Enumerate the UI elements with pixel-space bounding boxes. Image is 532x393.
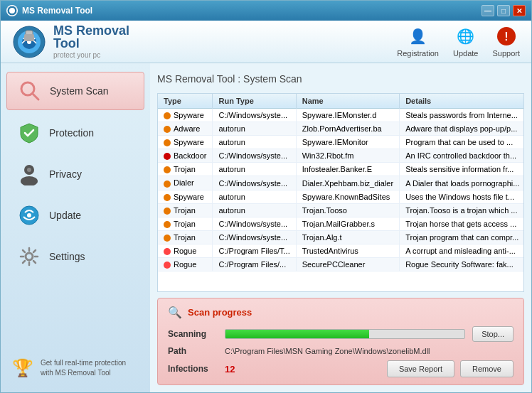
support-label: Support [492, 49, 520, 58]
sidebar-label-system-scan: System Scan [50, 85, 108, 97]
svg-rect-7 [24, 34, 34, 41]
sidebar-item-protection[interactable]: Protection [6, 114, 144, 151]
cell-details: Trojan.Tooso is a trojan which ... [400, 203, 524, 217]
col-name: Name [296, 94, 399, 109]
svg-point-13 [21, 176, 38, 185]
system-scan-icon [18, 80, 41, 102]
sidebar-item-system-scan[interactable]: System Scan [6, 72, 144, 110]
table-row: Backdoor C:/Windows/syste... Win32.Rbot.… [158, 149, 524, 163]
threat-dot [164, 181, 171, 188]
threat-dot [164, 262, 171, 269]
cell-details: Trojan program that can compr... [400, 230, 524, 244]
sidebar-item-privacy[interactable]: Privacy [6, 156, 144, 193]
threat-dot [164, 235, 171, 242]
threat-dot [164, 166, 171, 173]
progress-section: 🔍 Scan progress Scanning Stop... Path C:… [157, 298, 524, 385]
cell-runtype: C:/Windows/syste... [213, 230, 296, 244]
titlebar: MS Removal Tool — □ ✕ [1, 1, 531, 21]
trophy-icon: 🏆 [12, 358, 33, 378]
threat-dot [164, 139, 171, 146]
table-row: Spyware autorun Spyware.KnownBadSites Us… [158, 190, 524, 203]
cell-runtype: C:/Windows/syste... [213, 149, 296, 163]
svg-point-17 [26, 253, 33, 260]
table-row: Spyware C:/Windows/syste... Spyware.IEMo… [158, 109, 524, 122]
sidebar-label-protection: Protection [49, 127, 94, 139]
col-runtype: Run Type [213, 94, 296, 109]
threat-dot [164, 112, 171, 119]
support-button[interactable]: ! Support [492, 26, 520, 58]
cell-name: Zlob.PornAdvertiser.ba [296, 122, 399, 136]
cell-runtype: autorun [213, 136, 296, 149]
sidebar: System Scan Protection [1, 63, 150, 392]
update-header-button[interactable]: 🌐 Update [453, 26, 478, 58]
cell-runtype: C:/Windows/syste... [213, 176, 296, 190]
svg-point-14 [27, 168, 31, 172]
sidebar-item-settings[interactable]: Settings [6, 238, 144, 275]
cell-details: Trojan horse that gets access ... [400, 217, 524, 230]
sidebar-label-settings: Settings [49, 251, 85, 262]
scan-table: Type Run Type Name Details Spyware C:/Wi… [158, 94, 524, 271]
table-row: Trojan autorun Trojan.Tooso Trojan.Tooso… [158, 203, 524, 217]
cell-details: Steals sensitive information fr... [400, 163, 524, 176]
cell-name: Spyware.IEMonitor [296, 136, 399, 149]
cell-details: Program that can be used to ... [400, 136, 524, 149]
path-row: Path C:\Program Files\MSN Gaming Zone\Wi… [168, 346, 514, 356]
cell-details: A corrupt and misleading anti-... [400, 244, 524, 257]
cell-details: Rogue Security Software: fak... [400, 258, 524, 271]
threat-dot [164, 221, 171, 228]
sidebar-label-update: Update [49, 210, 81, 221]
cell-name: Spyware.IEMonster.d [296, 109, 399, 122]
progress-icon: 🔍 [168, 306, 182, 319]
logo-icon [12, 25, 46, 59]
update-header-icon: 🌐 [456, 26, 476, 46]
cell-name: Spyware.KnownBadSites [296, 190, 399, 203]
table-row: Adware autorun Zlob.PornAdvertiser.ba Ad… [158, 122, 524, 136]
minimize-button[interactable]: — [482, 5, 494, 16]
cell-runtype: C:/Windows/syste... [213, 217, 296, 230]
svg-line-11 [33, 94, 38, 99]
remove-button[interactable]: Remove [460, 360, 514, 377]
cell-type: Trojan [158, 217, 213, 230]
action-buttons: Save Report Remove [387, 360, 514, 377]
threat-dot [164, 208, 171, 215]
cell-name: Trojan.Alg.t [296, 230, 399, 244]
settings-icon [18, 245, 41, 268]
logo-text: MS Removal Tool protect your pc [53, 24, 129, 59]
infections-label: Infections [168, 364, 218, 374]
cell-details: Steals passwords from Interne... [400, 109, 524, 122]
cell-type: Rogue [158, 244, 213, 257]
protection-icon [18, 122, 41, 144]
titlebar-title: MS Removal Tool [22, 6, 92, 16]
svg-point-1 [9, 8, 15, 14]
close-button[interactable]: ✕ [513, 5, 526, 16]
save-report-button[interactable]: Save Report [387, 360, 454, 377]
cell-name: Win32.Rbot.fm [296, 149, 399, 163]
sidebar-label-privacy: Privacy [49, 168, 82, 180]
progress-bottom: Infections 12 Save Report Remove [168, 360, 514, 377]
progress-title: Scan progress [188, 307, 252, 318]
table-row: Trojan C:/Windows/syste... Trojan.Alg.t … [158, 230, 524, 244]
registration-icon: 👤 [408, 26, 428, 46]
support-icon: ! [496, 26, 516, 46]
threat-dot [164, 194, 171, 201]
col-type: Type [158, 94, 213, 109]
stop-button[interactable]: Stop... [472, 326, 514, 342]
sidebar-footer-text: Get full real-time protection with MS Re… [41, 358, 139, 378]
cell-runtype: autorun [213, 203, 296, 217]
sidebar-item-update[interactable]: Update [6, 197, 144, 234]
table-row: Spyware autorun Spyware.IEMonitor Progra… [158, 136, 524, 149]
progress-bar-fill [225, 330, 369, 338]
update-icon [18, 204, 41, 227]
cell-runtype: C:/Program Files/... [213, 258, 296, 271]
cell-name: SecurePCCleaner [296, 258, 399, 271]
cell-runtype: autorun [213, 122, 296, 136]
main-body: System Scan Protection [1, 63, 531, 392]
cell-details: A Dialer that loads pornographi... [400, 176, 524, 190]
maximize-button[interactable]: □ [497, 5, 510, 16]
sidebar-footer: 🏆 Get full real-time protection with MS … [1, 351, 150, 385]
progress-bar-container [225, 329, 465, 339]
cell-name: Infostealer.Banker.E [296, 163, 399, 176]
registration-button[interactable]: 👤 Registration [397, 26, 439, 58]
logo-area: MS Removal Tool protect your pc [12, 24, 129, 59]
cell-type: Adware [158, 122, 213, 136]
